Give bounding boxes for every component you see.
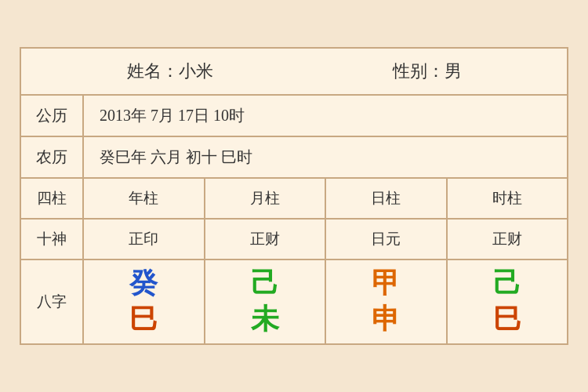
bazi-cell-0: 癸 巳 <box>84 260 205 343</box>
solar-row: 公历 2013年 7月 17日 10时 <box>21 96 567 137</box>
sijhu-label: 四柱 <box>21 179 84 218</box>
bazi-cell-3: 己 巳 <box>448 260 568 343</box>
col-ri: 日柱 <box>326 179 448 218</box>
header-row: 姓名：小米 性别：男 <box>21 49 567 96</box>
solar-label: 公历 <box>21 96 84 136</box>
bazi-cell-2: 甲 申 <box>326 260 448 343</box>
shishen-2: 日元 <box>326 220 448 259</box>
col-shi: 时柱 <box>448 179 568 218</box>
shishen-label: 十神 <box>21 220 84 259</box>
col-nian: 年柱 <box>84 179 205 218</box>
bazi-0-top: 癸 <box>129 268 158 299</box>
shishen-3: 正财 <box>448 220 568 259</box>
sijhu-header-row: 四柱 年柱 月柱 日柱 时柱 <box>21 179 567 220</box>
bazi-row: 八字 癸 巳 己 未 甲 申 己 巳 <box>21 260 567 343</box>
lunar-label: 农历 <box>21 137 84 177</box>
bazi-2-top: 甲 <box>372 268 400 299</box>
shishen-1: 正财 <box>205 220 327 259</box>
gender-label: 性别：男 <box>393 60 462 83</box>
bazi-1-bottom: 未 <box>251 304 279 336</box>
solar-content: 2013年 7月 17日 10时 <box>84 96 567 136</box>
shishen-row: 十神 正印 正财 日元 正财 <box>21 220 567 260</box>
lunar-row: 农历 癸巳年 六月 初十 巳时 <box>21 137 567 179</box>
bazi-1-top: 己 <box>251 268 279 299</box>
bazi-0-bottom: 巳 <box>129 304 158 336</box>
bazi-3-top: 己 <box>493 268 521 299</box>
col-yue: 月柱 <box>205 179 327 218</box>
bazi-3-bottom: 巳 <box>493 304 521 336</box>
bazi-cell-1: 己 未 <box>205 260 327 343</box>
lunar-content: 癸巳年 六月 初十 巳时 <box>84 137 567 177</box>
name-label: 姓名：小米 <box>127 60 213 83</box>
main-container: 姓名：小米 性别：男 公历 2013年 7月 17日 10时 农历 癸巳年 六月… <box>20 47 568 344</box>
bazi-2-bottom: 申 <box>372 304 400 336</box>
bazi-label: 八字 <box>21 260 84 343</box>
shishen-0: 正印 <box>84 220 205 259</box>
